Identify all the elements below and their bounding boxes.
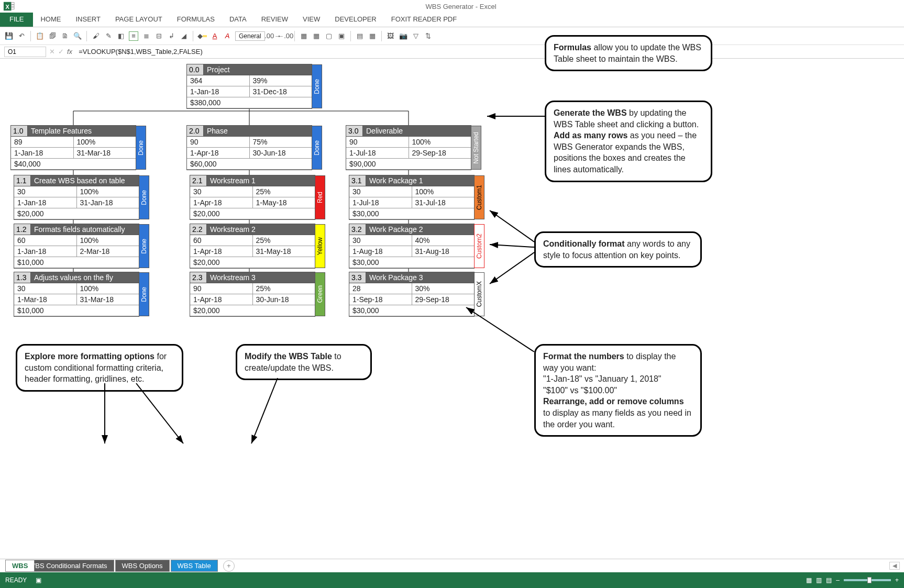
titlebar: X WBS Generator - Excel (0, 0, 904, 13)
tab-foxit[interactable]: FOXIT READER PDF (384, 13, 464, 27)
decrease-decimal-icon[interactable]: ←.00 (281, 31, 290, 41)
wbs-name: Work Package 3 (366, 272, 474, 283)
name-box[interactable] (4, 47, 46, 57)
tab-formulas[interactable]: FORMULAS (170, 13, 222, 27)
quick-access-toolbar: 💾 ↶ 📋 🗐 🗎 🔍 🖌 ✎ ◧ ≡ ≣ ⊟ ↲ ◢ ◆ A A Genera… (0, 27, 904, 45)
align-icon[interactable]: ≣ (141, 31, 151, 41)
wbs-start: 1-Jan-18 (14, 246, 76, 257)
wbs-end: 31-Jul-18 (412, 197, 475, 208)
status-badge: Done (136, 126, 146, 170)
borders-all-icon[interactable]: ▦ (312, 31, 321, 41)
wbs-pct: 40% (412, 235, 475, 246)
sheet-tab-table[interactable]: WBS Table (171, 560, 218, 572)
borders-thick-icon[interactable]: ▣ (337, 31, 346, 41)
tab-home[interactable]: HOME (33, 13, 68, 27)
sort-icon[interactable]: ⇅ (424, 31, 433, 41)
wbs-metric: 90 (190, 283, 252, 294)
wbs-id: 2.0 (187, 126, 204, 136)
wbs-end: 29-Sep-18 (412, 294, 475, 305)
zoom-out-icon[interactable]: – (836, 576, 840, 584)
hscroll-left-icon[interactable]: ◀ (889, 562, 900, 570)
wrap-icon[interactable]: ↲ (167, 31, 176, 41)
save-icon[interactable]: 💾 (4, 31, 14, 41)
sheet-tab-conditional[interactable]: WBS Conditional Formats (22, 560, 114, 572)
view-pagelayout-icon[interactable]: ▥ (816, 576, 822, 584)
status-badge: Custom2 (474, 224, 484, 268)
new-sheet-button[interactable]: + (223, 560, 235, 572)
filter-icon[interactable]: ▽ (411, 31, 421, 41)
zoom-in-icon[interactable]: + (895, 576, 899, 584)
wbs-name: Project (204, 64, 312, 75)
status-badge: Green (315, 272, 325, 316)
sheet-tab-bar: ◀ ▶ WBS Conditional Formats WBS Options … (0, 559, 904, 572)
callout-modify: Modify the WBS Table to create/update th… (236, 344, 372, 380)
eraser-icon[interactable]: ◧ (116, 31, 126, 41)
wbs-start: 1-Mar-18 (14, 294, 76, 305)
callout-explore: Explore more formatting options for cust… (16, 344, 183, 392)
view-normal-icon[interactable]: ▦ (806, 576, 812, 584)
status-ready: READY (5, 576, 27, 584)
align-center-icon[interactable]: ≡ (129, 31, 138, 41)
camera-icon[interactable]: 📷 (399, 31, 408, 41)
wbs-cost: $20,000 (190, 208, 315, 219)
number-format-select[interactable]: General (235, 31, 265, 41)
tab-developer[interactable]: DEVELOPER (327, 13, 383, 27)
font-color-icon[interactable]: A (210, 31, 219, 41)
fill-color-icon[interactable]: ◆ (197, 31, 207, 41)
ribbon-tabs: FILE HOME INSERT PAGE LAYOUT FORMULAS DA… (0, 13, 904, 27)
tab-file[interactable]: FILE (0, 13, 33, 27)
view-pagebreak-icon[interactable]: ▤ (826, 576, 832, 584)
borders-icon[interactable]: ▦ (299, 31, 308, 41)
wbs-metric: 60 (190, 235, 252, 246)
wbs-name: Work Package 1 (366, 175, 474, 186)
wbs-metric: 30 (349, 186, 412, 197)
formula-input[interactable]: =VLOOKUP($N$1,WBS_Table,2,FALSE) (75, 48, 206, 56)
wbs-cost: $90,000 (346, 159, 471, 169)
wbs-cost: $20,000 (190, 257, 315, 268)
worksheet[interactable]: 0.0Project 36439% 1-Jan-1831-Dec-18 $380… (0, 59, 904, 572)
svg-rect-3 (12, 5, 15, 7)
wbs-pct: 75% (249, 137, 312, 147)
merge-icon[interactable]: ⊟ (154, 31, 163, 41)
wbs-id: 3.3 (349, 272, 366, 283)
wbs-id: 1.0 (11, 126, 28, 136)
wbs-pct: 25% (252, 186, 315, 197)
copy-icon[interactable]: 🗐 (48, 31, 57, 41)
format-painter-icon[interactable]: 🖌 (91, 31, 101, 41)
fx-label[interactable]: fx (67, 48, 72, 56)
wbs-pct: 100% (76, 235, 139, 246)
print-preview-icon[interactable]: 🔍 (73, 31, 82, 41)
undo-icon[interactable]: ↶ (17, 31, 26, 41)
wbs-pct: 100% (409, 137, 471, 147)
sheet-tab-options[interactable]: WBS Options (115, 560, 170, 572)
wbs-c32: 3.2Work Package 2 3040% 1-Aug-1831-Aug-1… (349, 224, 475, 269)
table-icon[interactable]: ▦ (368, 31, 377, 41)
wbs-id: 2.1 (190, 175, 207, 186)
tab-review[interactable]: REVIEW (254, 13, 295, 27)
tab-data[interactable]: DATA (222, 13, 254, 27)
orientation-icon[interactable]: ◢ (179, 31, 189, 41)
tab-insert[interactable]: INSERT (68, 13, 107, 27)
increase-decimal-icon[interactable]: .00→ (268, 31, 278, 41)
sheet-tab-wbs[interactable]: WBS (5, 560, 35, 572)
separator (350, 31, 351, 41)
accept-formula-icon[interactable]: ✓ (58, 48, 64, 56)
paste-icon[interactable]: 📋 (35, 31, 45, 41)
svg-line-27 (251, 378, 278, 443)
tab-view[interactable]: VIEW (295, 13, 327, 27)
cancel-formula-icon[interactable]: ✕ (49, 48, 55, 56)
borders-outer-icon[interactable]: ▢ (324, 31, 334, 41)
font-size-icon[interactable]: A (223, 31, 232, 41)
macro-record-icon[interactable]: ▣ (36, 576, 41, 584)
tab-pagelayout[interactable]: PAGE LAYOUT (108, 13, 170, 27)
wbs-start: 1-Apr-18 (190, 197, 252, 208)
conditional-format-icon[interactable]: ▤ (355, 31, 365, 41)
highlight-icon[interactable]: ✎ (104, 31, 113, 41)
wbs-id: 3.1 (349, 175, 366, 186)
wbs-pct: 39% (249, 75, 312, 86)
zoom-slider[interactable] (844, 579, 891, 581)
wbs-root: 0.0Project 36439% 1-Jan-1831-Dec-18 $380… (186, 64, 312, 109)
wbs-id: 2.2 (190, 224, 207, 235)
insert-image-icon[interactable]: 🖼 (386, 31, 395, 41)
new-doc-icon[interactable]: 🗎 (60, 31, 70, 41)
